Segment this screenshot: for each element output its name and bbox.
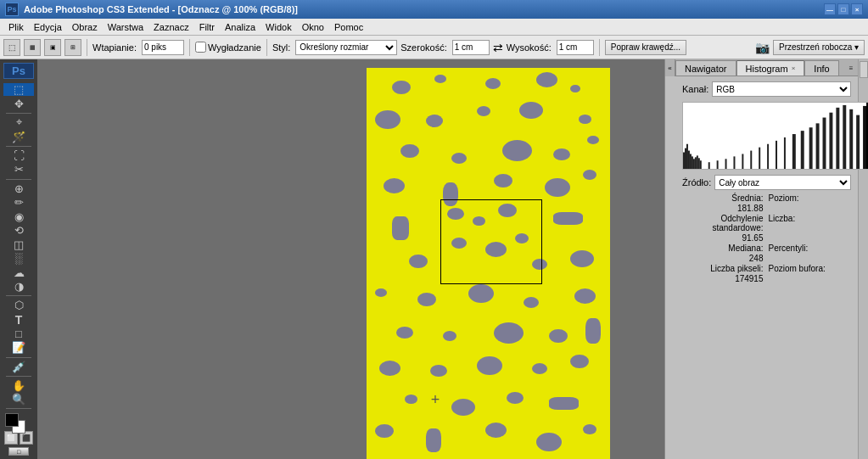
svg-rect-14 [733,156,735,169]
wtapianie-input[interactable] [142,40,184,55]
tool-magic-wand[interactable]: 🪄 [3,130,34,143]
blob [494,322,524,344]
tool-divider-5 [6,357,31,358]
tool-blur[interactable]: ☁ [3,266,34,279]
liczba-pikseli-value: 174915 [682,274,767,283]
przestrzen-button[interactable]: Przestrzeń robocza ▾ [773,40,865,55]
liczba-label-col: Liczba: [767,214,852,232]
styl-select[interactable]: Określony rozmiar [295,40,397,55]
svg-rect-24 [816,123,820,169]
blob [536,72,557,87]
menu-zaznacz[interactable]: Zaznacz [148,20,194,34]
menu-okno[interactable]: Okno [297,20,329,34]
tool-eyedropper[interactable]: 💉 [3,360,34,373]
tool-shape[interactable]: □ [3,327,34,341]
blob [443,182,458,206]
poziom-bufora-value [767,274,852,283]
color-boxes[interactable] [5,413,32,428]
svg-rect-12 [717,160,719,169]
tool-lasso[interactable]: ⌖ [3,115,34,129]
blob [570,85,580,92]
close-button[interactable]: × [851,3,863,15]
blob [400,144,419,158]
tool-divider-3 [6,179,31,180]
menu-obraz[interactable]: Obraz [67,20,103,34]
menu-widok[interactable]: Widok [260,20,297,34]
svg-rect-0 [683,153,685,170]
fg-color-box[interactable] [5,413,19,427]
tab-info[interactable]: Info [804,60,838,76]
panel-collapse-btn[interactable]: « [665,59,675,76]
menu-warstwa[interactable]: Warstwa [103,20,148,34]
menu-pomoc[interactable]: Pomoc [329,20,368,34]
blob [583,424,596,434]
sep-2 [189,39,190,56]
tool-notes[interactable]: 📝 [3,341,34,355]
svg-rect-17 [759,148,760,169]
szerokosc-input[interactable] [452,40,490,55]
menu-plik[interactable]: Plik [3,20,29,34]
zrodlo-select[interactable]: Cały obraz [714,175,851,190]
blob [502,140,532,161]
panel-menu-btn[interactable]: ≡ [844,60,858,76]
tool-stamp[interactable]: ◉ [3,210,34,223]
window-controls[interactable]: — □ × [824,3,863,15]
blob [549,397,579,410]
tool-dodge[interactable]: ◑ [3,280,34,294]
mediana-label: Mediana: [682,243,767,253]
menu-filtr[interactable]: Filtr [194,20,220,34]
swap-icon[interactable]: ⇄ [493,41,503,54]
svg-rect-28 [843,105,846,169]
tool-zoom[interactable]: 🔍 [3,393,34,406]
minimize-button[interactable]: — [824,3,836,15]
blob [585,318,601,344]
svg-rect-3 [688,151,690,169]
sep-4 [599,39,600,56]
options-bar: ⬚ ▦ ▣ ⊞ Wtapianie: Wygładzanie Styl: Okr… [0,36,868,59]
tool-heal[interactable]: ⊕ [3,182,34,195]
wygladzanie-checkbox-label[interactable]: Wygładzanie [195,42,261,53]
tool-gradient[interactable]: ░ [3,252,34,266]
blob [375,288,387,297]
tool-text[interactable]: T [3,313,34,327]
tool-marquee[interactable]: ⬚ [3,83,34,97]
tab-histogram-close[interactable]: × [792,64,796,72]
marquee-tool-icon[interactable]: ⬚ [3,39,20,56]
svg-rect-15 [742,154,743,169]
blob [409,255,428,268]
blob [519,102,543,119]
liczba-pikseli-label: Liczba pikseli: [682,264,767,273]
screen-mode-btn[interactable]: □ [8,447,29,456]
tool-crop[interactable]: ⛶ [3,149,34,163]
tool-eraser[interactable]: ◫ [3,238,34,251]
kanal-select[interactable]: RGB [712,81,851,97]
blob [485,242,507,257]
tool-path[interactable]: ⬡ [3,299,34,312]
blob [532,259,547,270]
tool-history[interactable]: ⟲ [3,224,34,238]
tab-histogram[interactable]: Histogram × [736,60,805,76]
tool-option-1[interactable]: ▦ [24,39,41,56]
scrollbar-thumb[interactable] [860,61,868,78]
panel-tabs: Nawigator Histogram × Info ≡ [675,59,858,76]
blob [485,78,501,89]
tool-move[interactable]: ✥ [3,97,34,110]
tool-slice[interactable]: ✂ [3,163,34,176]
menu-edycja[interactable]: Edycja [29,20,67,34]
popraw-krawedz-button[interactable]: Popraw krawędź... [605,40,686,55]
source-row: Źródło: Cały obraz [682,175,851,190]
menu-analiza[interactable]: Analiza [220,20,260,34]
tab-nawigator[interactable]: Nawigator [675,60,736,76]
tool-option-2[interactable]: ▣ [44,39,61,56]
histogram-panel: « Nawigator Histogram × Info ≡ Kanał: RG… [664,59,868,459]
svg-rect-19 [776,141,777,169]
wysokosc-input[interactable] [557,40,594,55]
maximize-button[interactable]: □ [837,3,849,15]
tool-brush[interactable]: ✏ [3,196,34,210]
percentyl-value [767,254,852,263]
tool-hand[interactable]: ✋ [3,378,34,392]
wygladzanie-checkbox[interactable] [195,42,206,53]
tool-option-3[interactable]: ⊞ [64,39,81,56]
window-title: Adobe Photoshop CS3 Extended - [Odznacz … [24,4,824,14]
svg-rect-16 [750,151,752,169]
